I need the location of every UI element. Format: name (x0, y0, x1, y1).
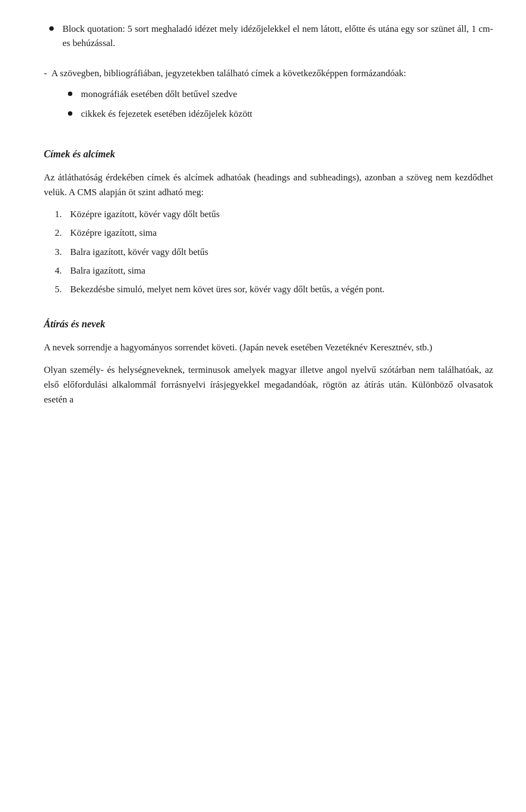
sub-bullet-2: cikkek és fejezetek esetében idézőjelek … (62, 107, 493, 121)
num-label-2: 2. (55, 226, 70, 240)
names-section: Átírás és nevek A nevek sorrendje a hagy… (44, 317, 493, 407)
block-quote-section: Block quotation: 5 sort meghaladó idézet… (44, 22, 493, 51)
sub-bullet-1: monográfiák esetében dőlt betűvel szedve (62, 87, 493, 101)
list-item-1: 1. Középre igazított, kövér vagy dőlt be… (55, 207, 493, 222)
num-text-3: Balra igazított, kövér vagy dőlt betűs (70, 245, 493, 259)
list-item-4: 4. Balra igazított, sima (55, 264, 493, 278)
sub-bullets: monográfiák esetében dőlt betűvel szedve… (62, 87, 493, 122)
names-para1: A nevek sorrendje a hagyományos sorrende… (44, 340, 493, 355)
names-heading: Átírás és nevek (44, 317, 493, 332)
list-item-5: 5. Bekezdésbe simuló, melyet nem követ ü… (55, 282, 493, 297)
names-para2: Olyan személy- és helységneveknek, termi… (44, 362, 493, 407)
num-text-4: Balra igazított, sima (70, 264, 493, 278)
sub-bullet-dot-2 (68, 111, 72, 116)
num-label-5: 5. (55, 282, 70, 297)
num-label-4: 4. (55, 264, 70, 278)
dash-section: - A szövegben, bibliográfiában, jegyzete… (44, 66, 493, 127)
titles-section: Címek és alcímek Az átláthatóság érdekéb… (44, 147, 493, 297)
dash-icon: - (44, 66, 47, 81)
num-text-2: Középre igazított, sima (70, 226, 493, 240)
dash-intro-text: A szövegben, bibliográfiában, jegyzetekb… (52, 68, 407, 78)
bullet-dot-icon (49, 26, 54, 31)
numbered-list: 1. Középre igazított, kövér vagy dőlt be… (55, 207, 493, 297)
sub-bullet-text-2: cikkek és fejezetek esetében idézőjelek … (81, 107, 493, 121)
titles-para1: Az átláthatóság érdekében címek és alcím… (44, 170, 493, 200)
list-item-2: 2. Középre igazított, sima (55, 226, 493, 240)
dash-text-content: A szövegben, bibliográfiában, jegyzetekb… (52, 66, 493, 127)
num-text-1: Középre igazított, kövér vagy dőlt betűs (70, 207, 493, 222)
num-text-5: Bekezdésbe simuló, melyet nem követ üres… (70, 282, 493, 297)
num-label-1: 1. (55, 207, 70, 222)
block-quote-text: Block quotation: 5 sort meghaladó idézet… (62, 22, 493, 51)
titles-heading: Címek és alcímek (44, 147, 493, 162)
num-label-3: 3. (55, 245, 70, 259)
bullet-item-block-quote: Block quotation: 5 sort meghaladó idézet… (44, 22, 493, 51)
main-content: Block quotation: 5 sort meghaladó idézet… (44, 22, 493, 407)
sub-bullet-dot-1 (68, 92, 72, 96)
dash-item: - A szövegben, bibliográfiában, jegyzete… (44, 66, 493, 127)
list-item-3: 3. Balra igazított, kövér vagy dőlt betű… (55, 245, 493, 259)
sub-bullet-text-1: monográfiák esetében dőlt betűvel szedve (81, 87, 493, 101)
